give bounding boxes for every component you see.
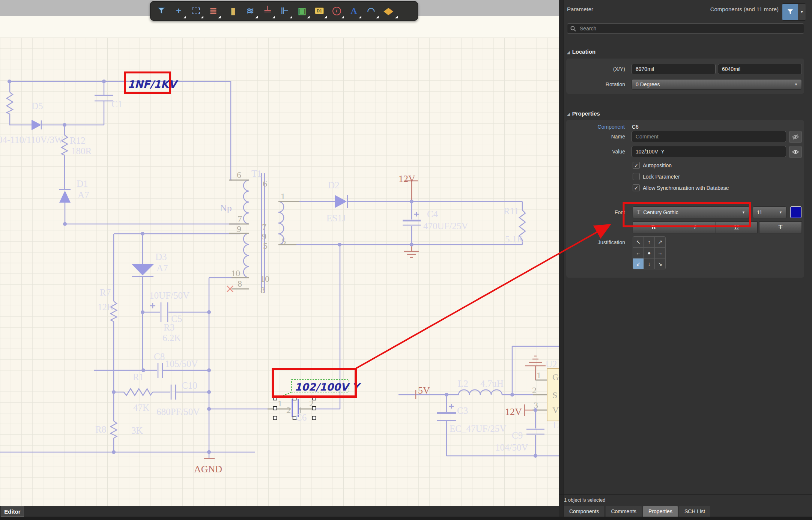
justification-cell[interactable]: ● bbox=[644, 248, 654, 258]
selection-status: 1 object is selected bbox=[564, 497, 606, 503]
section-header-properties[interactable]: ◢Properties bbox=[567, 110, 600, 117]
schematic-label: 5.1K bbox=[505, 234, 523, 244]
properties-panel: Parameter Components (and 11 more) ▼ ◢Lo… bbox=[559, 0, 812, 520]
panel-tab-properties[interactable]: Properties bbox=[643, 506, 678, 517]
underline-button[interactable]: U bbox=[716, 221, 758, 233]
sheet-symbol-icon[interactable]: ▣ bbox=[293, 3, 311, 19]
funnel-icon[interactable] bbox=[782, 4, 798, 20]
schematic-label: 1 bbox=[537, 370, 541, 380]
y-coordinate-field[interactable] bbox=[718, 64, 802, 74]
search-box[interactable] bbox=[567, 23, 804, 34]
schematic-label: 10 bbox=[231, 268, 240, 278]
search-input[interactable] bbox=[579, 25, 788, 32]
value-field[interactable] bbox=[632, 146, 786, 157]
schematic-label: R3 bbox=[164, 322, 174, 332]
filter-icon[interactable] bbox=[153, 3, 170, 19]
panel-tab-sch-list[interactable]: SCH List bbox=[679, 506, 710, 517]
component-link[interactable]: Component bbox=[574, 124, 625, 130]
schematic-label: L bbox=[553, 420, 559, 430]
lock-parameter-checkbox-row[interactable]: Lock Parameter bbox=[633, 173, 680, 180]
font-color-swatch[interactable] bbox=[790, 206, 801, 218]
schematic-label: 8 bbox=[260, 285, 265, 295]
xy-label: (X/Y) bbox=[582, 66, 625, 72]
font-family-dropdown[interactable]: T Century Gothic ▼ bbox=[633, 206, 749, 218]
panel-tab-components[interactable]: Components bbox=[564, 506, 604, 517]
schematic-label: 1 bbox=[278, 398, 282, 408]
bottom-strip bbox=[0, 517, 812, 520]
name-visibility-button[interactable] bbox=[789, 131, 802, 143]
justification-label: Justification bbox=[582, 239, 625, 245]
justification-cell[interactable]: ↑ bbox=[644, 237, 654, 247]
schematic-label: 47K bbox=[133, 403, 149, 413]
power-port-icon[interactable]: ╧ bbox=[259, 3, 276, 19]
justification-cell[interactable]: ↓ bbox=[644, 258, 654, 269]
schematic-label[interactable]: 1NF/1KV bbox=[128, 78, 178, 90]
schematic-label: 12K bbox=[98, 302, 114, 312]
justification-cell[interactable]: ↙ bbox=[633, 258, 644, 269]
active-bar-toolbar: +≣▮≋╧⊩▣D1iA◠◆ bbox=[150, 1, 418, 21]
schematic-label: G bbox=[552, 372, 559, 382]
signal-harness-icon[interactable]: ⊩ bbox=[276, 3, 293, 19]
checkbox[interactable] bbox=[633, 173, 640, 180]
value-visibility-button[interactable] bbox=[789, 146, 802, 158]
no-erc-icon[interactable]: i bbox=[328, 3, 345, 19]
section-header-location[interactable]: ◢Location bbox=[567, 48, 595, 55]
schematic-label: 3K bbox=[131, 425, 143, 436]
autoposition-checkbox-row[interactable]: ✓ Autoposition bbox=[633, 162, 672, 169]
justification-cell[interactable]: ↗ bbox=[655, 237, 665, 247]
panel-gutter bbox=[559, 0, 564, 520]
schematic-label: 104/50V bbox=[495, 442, 528, 452]
polygon-icon[interactable]: ◆ bbox=[377, 3, 400, 19]
checkbox[interactable]: ✓ bbox=[633, 184, 640, 191]
schematic-label: 6 bbox=[263, 179, 267, 188]
schematic-label: C3 bbox=[457, 406, 468, 416]
properties-group bbox=[566, 120, 804, 278]
panel-tabs: ComponentsCommentsPropertiesSCH List bbox=[564, 506, 710, 517]
panel-tab-comments[interactable]: Comments bbox=[606, 506, 642, 517]
name-field[interactable] bbox=[632, 131, 786, 142]
filter-button[interactable]: ▼ bbox=[782, 3, 806, 21]
schematic-label: 1 bbox=[298, 405, 302, 415]
schematic-drawing[interactable]: C1D504-110/110V/3WR12180RD1A7T1NpD2ES1J1… bbox=[0, 0, 559, 506]
x-coordinate-field[interactable] bbox=[632, 64, 716, 74]
panel-title: Parameter bbox=[567, 6, 593, 12]
schematic-label[interactable]: 102/100V Y bbox=[295, 381, 361, 393]
designator-icon[interactable]: D1 bbox=[311, 3, 328, 19]
schematic-editor-canvas[interactable]: 3 4 bbox=[0, 0, 559, 520]
text-string-icon[interactable]: A bbox=[345, 3, 362, 19]
junction-dots bbox=[8, 80, 537, 458]
italic-button[interactable]: I bbox=[674, 221, 716, 233]
place-part-icon[interactable]: ▮ bbox=[224, 3, 242, 19]
justification-cell[interactable]: ← bbox=[633, 248, 644, 258]
rotation-dropdown[interactable]: 0 Degrees▼ bbox=[632, 79, 802, 90]
schematic-label: D5 bbox=[32, 101, 43, 111]
justification-grid[interactable]: ↖↑↗←●→↙↓↘ bbox=[633, 236, 666, 269]
checkbox[interactable]: ✓ bbox=[633, 162, 640, 169]
filter-scope-label[interactable]: Components (and 11 more) bbox=[710, 6, 779, 12]
editor-tab[interactable]: Editor bbox=[1, 506, 24, 517]
justification-cell[interactable]: ↖ bbox=[633, 237, 644, 247]
justification-cell[interactable]: ↘ bbox=[655, 258, 665, 269]
filter-dropdown-arrow[interactable]: ▼ bbox=[798, 4, 806, 20]
justification-cell[interactable]: → bbox=[655, 248, 665, 258]
place-wire-icon[interactable]: ≋ bbox=[242, 3, 259, 19]
schematic-label: 4.7uH bbox=[480, 379, 504, 389]
schematic-label: 180R bbox=[71, 146, 92, 156]
strikethrough-button[interactable]: T bbox=[759, 221, 802, 233]
align-icon[interactable]: ≣ bbox=[205, 3, 222, 19]
bold-button[interactable]: B bbox=[633, 221, 674, 233]
allow-sync-checkbox-row[interactable]: ✓ Allow Synchronization with Database bbox=[633, 184, 729, 191]
schematic-label: C10 bbox=[182, 380, 197, 391]
schematic-label: 2 bbox=[532, 385, 537, 395]
divider bbox=[559, 494, 812, 495]
schematic-label: 04-110/110V/3W bbox=[0, 135, 63, 145]
schematic-label: 6 bbox=[237, 170, 241, 180]
move-icon[interactable]: + bbox=[170, 3, 187, 19]
schematic-label: D1 bbox=[77, 179, 88, 189]
schematic-label: EC_47UF/25V bbox=[450, 424, 506, 434]
select-area-icon[interactable] bbox=[187, 3, 205, 19]
schematic-label: R11 bbox=[504, 206, 519, 216]
font-type-icon: T bbox=[637, 209, 640, 215]
font-size-dropdown[interactable]: 11▼ bbox=[753, 206, 786, 218]
schematic-label: A7 bbox=[156, 263, 168, 273]
